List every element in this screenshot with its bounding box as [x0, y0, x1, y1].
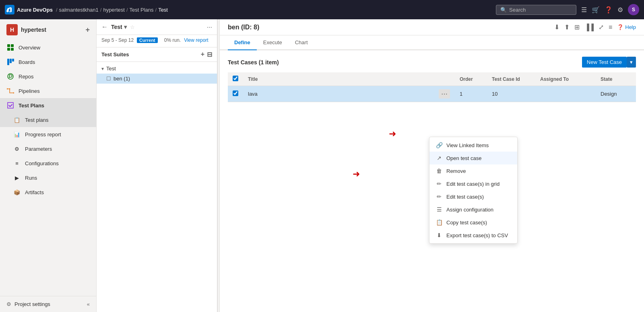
header-title: Title — [243, 72, 434, 86]
favorite-star-icon[interactable]: ☆ — [130, 24, 135, 30]
help-label: Help — [625, 24, 636, 30]
svg-point-10 — [13, 92, 14, 94]
settings-icon[interactable]: ⚙ — [617, 6, 623, 14]
menu-item-view-linked[interactable]: 🔗 View Linked Items — [429, 139, 517, 152]
row-checkbox[interactable] — [233, 90, 238, 96]
search-input[interactable] — [509, 7, 574, 13]
sidebar-item-testplans-sub[interactable]: 📋 Test plans — [0, 113, 96, 127]
filter-icon[interactable]: ≡ — [609, 24, 612, 31]
top-navigation: Azure DevOps / salmantestkhan1 / hyperte… — [0, 0, 644, 19]
row-assigned-to — [535, 86, 596, 102]
sidebar-item-progress-report[interactable]: 📊 Progress report — [0, 127, 96, 142]
tab-execute[interactable]: Execute — [257, 35, 289, 50]
new-test-btn-group: New Test Case ▾ — [582, 57, 636, 68]
breadcrumb-org[interactable]: salmantestkhan1 — [59, 7, 99, 13]
collapse-suite-btn[interactable]: ⊟ — [207, 51, 212, 58]
remove-icon: 🗑 — [436, 168, 442, 174]
sidebar-item-parameters[interactable]: ⚙ Parameters — [0, 142, 96, 156]
tab-chart[interactable]: Chart — [289, 35, 314, 50]
app-name: Azure DevOps — [17, 7, 53, 13]
menu-label-edit-test: Edit test case(s) — [446, 194, 484, 200]
fullscreen-icon[interactable]: ⤢ — [599, 23, 604, 31]
row-state: Design — [596, 86, 636, 102]
search-box[interactable]: 🔍 — [496, 5, 576, 15]
sidebar-item-testplans[interactable]: Test Plans — [0, 98, 96, 113]
table-header-row: Title Order Test Case Id Assigned To Sta… — [228, 72, 636, 86]
view-linked-icon: 🔗 — [436, 142, 442, 148]
sidebar-nav: Overview Boards Repos Pipelines — [0, 40, 96, 296]
back-button[interactable]: ← — [101, 23, 108, 31]
download-icon[interactable]: ⬇ — [554, 23, 559, 31]
sidebar-label-pipelines: Pipelines — [19, 88, 40, 94]
sidebar-item-artifacts[interactable]: 📦 Artifacts — [0, 185, 96, 199]
tab-define[interactable]: Define — [228, 35, 257, 50]
new-test-case-button[interactable]: New Test Case — [582, 57, 627, 68]
menu-icon[interactable]: ☰ — [581, 6, 587, 14]
add-project-btn[interactable]: + — [85, 26, 90, 34]
project-settings-btn[interactable]: ⚙ Project settings « — [0, 296, 96, 312]
configurations-icon: ≡ — [13, 159, 21, 167]
test-name-dropdown[interactable]: ▾ — [124, 24, 127, 30]
copy-test-icon: 📋 — [436, 219, 442, 226]
sidebar-item-pipelines[interactable]: Pipelines — [0, 84, 96, 98]
sidebar-label-repos: Repos — [19, 74, 34, 80]
middle-panel: ← Test ▾ ☆ ⋯ Sep 5 - Sep 12 Current 0% r… — [97, 19, 217, 312]
more-options-icon[interactable]: ⋯ — [207, 24, 212, 30]
sidebar-item-repos[interactable]: Repos — [0, 69, 96, 84]
columns-icon[interactable]: ▐▐ — [584, 24, 594, 31]
test-cases-title: Test Cases (1 item) — [228, 59, 279, 66]
collapse-icon[interactable]: « — [87, 301, 90, 307]
upload-icon[interactable]: ⬆ — [564, 23, 570, 31]
menu-item-export-csv[interactable]: ⬇ Export test case(s) to CSV — [429, 229, 517, 242]
suite-root-label: Test — [106, 66, 116, 72]
suites-header: Test Suites + ⊟ — [97, 47, 217, 62]
menu-item-remove[interactable]: 🗑 Remove — [429, 164, 517, 177]
user-avatar[interactable]: S — [628, 4, 639, 15]
testplans-icon — [6, 101, 14, 109]
help-link[interactable]: ❓ Help — [617, 24, 636, 30]
breadcrumb-testplans[interactable]: Test Plans — [130, 7, 154, 13]
sidebar-item-runs[interactable]: ▶ Runs — [0, 170, 96, 185]
svg-point-8 — [7, 88, 8, 90]
sidebar-item-configurations[interactable]: ≡ Configurations — [0, 156, 96, 170]
test-cases-header: Test Cases (1 item) New Test Case ▾ — [228, 57, 636, 68]
help-icon[interactable]: ❓ — [605, 6, 613, 14]
grid-icon[interactable]: ⊞ — [574, 23, 580, 31]
sidebar-label-testplans: Test Plans — [19, 103, 44, 109]
suite-tree: ▾ Test ☐ ben (1) — [97, 62, 217, 85]
help-circle-icon: ❓ — [617, 24, 623, 30]
test-plan-name: Test ▾ — [111, 24, 127, 30]
org-icon: H — [6, 24, 18, 35]
arrow-to-open-test: ➜ — [353, 169, 360, 179]
basket-icon[interactable]: 🛒 — [592, 6, 600, 14]
sidebar-item-overview[interactable]: Overview — [0, 40, 96, 55]
suite-root[interactable]: ▾ Test — [97, 64, 217, 74]
menu-item-edit-test[interactable]: ✏ Edit test case(s) — [429, 190, 517, 203]
breadcrumb-project[interactable]: hypertest — [103, 7, 124, 13]
suite-ben-label: ben (1) — [114, 76, 130, 82]
overview-icon — [6, 43, 14, 51]
menu-label-view-linked: View Linked Items — [446, 142, 489, 148]
current-badge: Current — [137, 37, 158, 43]
row-more-btn[interactable]: ⋯ — [439, 89, 450, 99]
menu-item-open-test-case[interactable]: ↗ Open test case — [429, 152, 517, 164]
add-suite-btn[interactable]: + — [201, 51, 204, 58]
new-test-case-dropdown-btn[interactable]: ▾ — [627, 57, 636, 68]
select-all-checkbox[interactable] — [233, 76, 238, 81]
menu-label-export-csv: Export test case(s) to CSV — [446, 232, 508, 238]
sidebar: H hypertest + Overview Boards — [0, 19, 97, 312]
menu-item-copy-test[interactable]: 📋 Copy test case(s) — [429, 216, 517, 229]
menu-item-edit-grid[interactable]: ✏ Edit test case(s) in grid — [429, 177, 517, 190]
right-panel-header: ben (ID: 8) ⬇ ⬆ ⊞ ▐▐ ⤢ ≡ ❓ Help — [220, 19, 644, 35]
suite-ben[interactable]: ☐ ben (1) — [97, 74, 217, 84]
sidebar-item-boards[interactable]: Boards — [0, 55, 96, 69]
view-report-link[interactable]: View report — [184, 37, 208, 43]
suite-folder-icon: ☐ — [106, 76, 111, 82]
menu-item-assign-config[interactable]: ☰ Assign configuration — [429, 203, 517, 216]
run-text: 0% run. — [164, 37, 181, 43]
app-logo[interactable]: Azure DevOps — [5, 5, 53, 14]
content-area: Test Cases (1 item) New Test Case ▾ Titl… — [220, 50, 644, 312]
assign-config-icon: ☰ — [436, 206, 442, 213]
project-settings-label: Project settings — [14, 301, 50, 307]
svg-rect-2 — [7, 48, 10, 51]
